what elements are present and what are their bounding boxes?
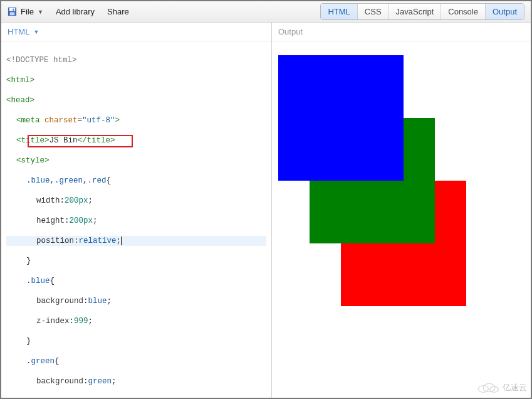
watermark: 亿速云 — [475, 381, 527, 394]
share-button[interactable]: Share — [107, 7, 129, 16]
editor-panel-label: HTML — [8, 27, 29, 36]
panel-tabs: HTML CSS JavaScript Console Output — [320, 3, 524, 20]
output-panel-label: Output — [278, 27, 303, 36]
file-menu-label: File — [21, 7, 34, 16]
panel-editor: HTML ▼ <!DOCTYPE html> <html> <head> <me… — [1, 23, 272, 398]
svg-rect-3 — [13, 9, 14, 11]
editor-panel-head[interactable]: HTML ▼ — [1, 23, 271, 41]
watermark-text: 亿速云 — [503, 382, 527, 393]
tab-console[interactable]: Console — [441, 4, 485, 19]
toolbar-top: File ▼ Add library Share HTML CSS JavaSc… — [1, 1, 531, 23]
tab-output[interactable]: Output — [485, 4, 524, 19]
svg-point-5 — [483, 383, 495, 391]
output-preview — [272, 41, 531, 398]
text-cursor-icon — [121, 237, 122, 245]
save-floppy-icon — [8, 7, 17, 16]
tab-javascript[interactable]: JavaScript — [389, 4, 441, 19]
toolbar-left: File ▼ Add library Share — [8, 7, 129, 16]
tab-html[interactable]: HTML — [321, 4, 357, 19]
tab-css[interactable]: CSS — [357, 4, 389, 19]
svg-rect-1 — [9, 8, 15, 11]
file-menu-button[interactable]: File ▼ — [8, 7, 43, 16]
output-panel-head: Output — [272, 23, 531, 41]
caret-down-icon: ▼ — [33, 29, 39, 35]
caret-down-icon: ▼ — [38, 9, 43, 15]
cloud-logo-icon — [475, 381, 500, 394]
panel-output: Output — [272, 23, 531, 398]
code-editor[interactable]: <!DOCTYPE html> <html> <head> <meta char… — [1, 41, 271, 398]
svg-rect-2 — [10, 12, 15, 15]
output-box-blue — [278, 55, 404, 181]
add-library-button[interactable]: Add library — [56, 7, 95, 16]
main-panels: HTML ▼ <!DOCTYPE html> <html> <head> <me… — [1, 23, 531, 398]
